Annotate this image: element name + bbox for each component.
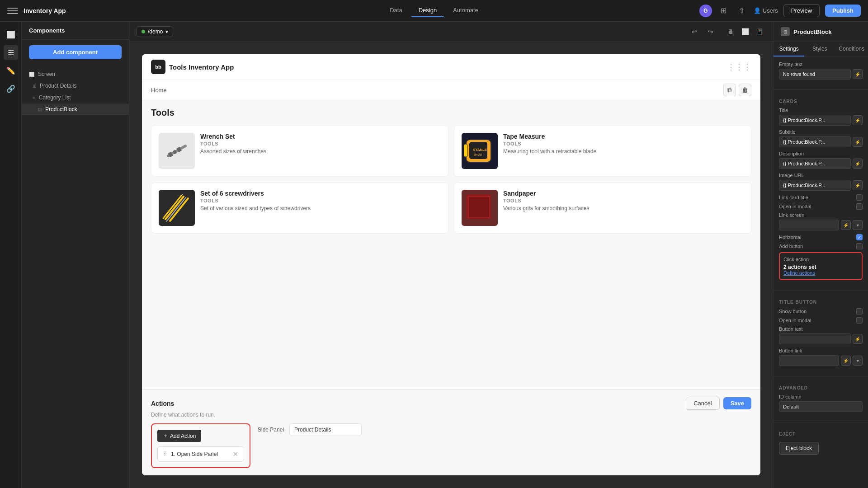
app-logo: bb Tools Inventory App [151,60,234,74]
undo-button[interactable]: ↩ [688,25,701,38]
right-section-cards: CARDS Title ⚡ Subtitle ⚡ Description [774,94,868,288]
users-link[interactable]: 👤 Users [754,7,778,14]
save-button[interactable]: Save [723,397,751,409]
button-text-input[interactable] [779,333,851,344]
button-link-input-row: ⚡ ▾ [779,355,863,366]
product-card-screwdriver[interactable]: Set of 6 screwdrivers TOOLS Set of vario… [151,182,448,234]
button-link-input[interactable] [779,355,839,366]
sidebar-components-icon[interactable]: ☰ [4,45,18,60]
empty-text-lightning[interactable]: ⚡ [853,69,863,79]
eject-section-title: EJECT [779,432,863,436]
description-field: Description ⚡ [779,151,863,169]
tree-product-block[interactable]: ⊡ ProductBlock [22,103,129,115]
title-button-section-title: TITLE BUTTON [779,300,863,305]
sidebar-link-icon[interactable]: 🔗 [4,81,18,96]
env-badge[interactable]: /demo ▾ [137,26,173,37]
tab-conditions[interactable]: Conditions [835,42,868,56]
close-action-icon[interactable]: ✕ [233,450,238,458]
image-url-input[interactable] [779,180,851,191]
title-field: Title ⚡ [779,108,863,126]
title-lightning[interactable]: ⚡ [853,115,863,125]
tab-settings[interactable]: Settings [774,42,804,56]
description-lightning[interactable]: ⚡ [853,159,863,169]
show-button-checkbox[interactable] [856,308,863,314]
sidebar-pen-icon[interactable]: ✏️ [4,63,18,78]
component-panel: Components Add component ⬜ Screen ⊞ Prod… [22,22,129,488]
click-action-row: Click action [783,257,858,262]
tablet-icon[interactable]: ⬜ [739,25,751,38]
add-action-label: Add Action [170,433,196,439]
product-card-tape[interactable]: STANLEY 8×20 Tape Measure TOOLS Measurin… [454,125,751,177]
actions-set-text: 2 actions set [783,264,858,270]
publish-button[interactable]: Publish [825,5,861,17]
product-desc-tape: Measuring tool with a retractable blade [503,148,744,155]
tree-category-list[interactable]: ≡ Category List [22,92,129,103]
eject-button[interactable]: Eject block [779,442,819,455]
tree-product-details[interactable]: ⊞ Product Details [22,80,129,92]
subtitle-lightning[interactable]: ⚡ [853,137,863,147]
nav-tabs: Data Design Automate [382,4,486,17]
id-column-field: ID column Default [779,394,863,412]
link-screen-input[interactable] [779,220,839,230]
tab-styles[interactable]: Styles [804,42,835,56]
image-url-lightning[interactable]: ⚡ [853,180,863,190]
actions-title: Actions [151,400,174,407]
tab-automate[interactable]: Automate [446,4,486,17]
add-action-button[interactable]: ＋ Add Action [157,430,201,442]
open-in-modal-2-checkbox[interactable] [856,317,863,324]
button-link-lightning[interactable]: ⚡ [841,356,851,366]
button-text-lightning[interactable]: ⚡ [853,334,863,344]
divider-1 [774,89,868,90]
add-component-button[interactable]: Add component [29,45,122,59]
svg-rect-17 [469,197,489,217]
screen-label: Screen [38,71,55,77]
mobile-icon[interactable]: 📱 [753,25,766,38]
chevron-down-icon: ▾ [165,28,168,35]
empty-text-input[interactable] [779,69,851,80]
product-card-wrench[interactable]: Wrench Set TOOLS Assorted sizes of wrenc… [151,125,448,177]
cancel-button[interactable]: Cancel [686,397,719,410]
horizontal-row: Horizontal ✓ [779,234,863,240]
horizontal-checkbox[interactable]: ✓ [856,234,863,240]
button-link-chevron[interactable]: ▾ [853,356,863,366]
share-icon[interactable]: ⇧ [736,5,748,17]
redo-button[interactable]: ↪ [704,25,717,38]
click-action-box: Click action 2 actions set Define action… [779,252,863,280]
home-nav-item[interactable]: Home [151,87,167,94]
notification-icon[interactable]: ⊞ [717,5,730,17]
canvas-area: /demo ▾ ↩ ↪ 🖥 ⬜ 📱 bb Tools Inventory App [129,22,773,488]
desktop-icon[interactable]: 🖥 [724,25,737,38]
top-nav: Inventory App Data Design Automate G ⊞ ⇧… [0,0,868,22]
app-title: Inventory App [24,7,66,14]
show-button-label: Show button [779,309,853,314]
define-actions-link[interactable]: Define actions [783,270,858,276]
sidebar-screen-icon[interactable]: ⬜ [4,27,18,42]
title-input[interactable] [779,115,851,126]
more-options-icon[interactable]: ⋮⋮⋮ [727,62,751,72]
product-name-sandpaper: Sandpaper [503,190,744,197]
copy-icon[interactable]: ⧉ [723,84,736,96]
screen-icon: ⬜ [29,72,34,77]
product-block-label: ProductBlock [45,106,77,113]
link-screen-chevron[interactable]: ▾ [853,220,863,230]
tab-data[interactable]: Data [382,4,409,17]
add-button-checkbox[interactable] [856,243,863,249]
delete-icon[interactable]: 🗑 [739,84,751,96]
subtitle-input[interactable] [779,136,851,147]
preview-button[interactable]: Preview [783,4,820,17]
action-add-box: ＋ Add Action ⠿ 1. Open Side Panel ✕ [151,423,250,468]
link-screen-lightning[interactable]: ⚡ [841,220,851,230]
actions-panel: Actions Cancel Save Define what actions … [142,389,760,475]
description-input[interactable] [779,158,851,169]
tree-screen[interactable]: ⬜ Screen [22,68,129,80]
link-card-title-checkbox[interactable] [856,194,863,201]
product-card-sandpaper[interactable]: Sandpaper TOOLS Various grits for smooth… [454,182,751,234]
product-name-screwdriver: Set of 6 screwdrivers [200,190,441,197]
action-item[interactable]: ⠿ 1. Open Side Panel ✕ [157,446,244,462]
hamburger-menu[interactable] [7,5,18,16]
id-column-select[interactable]: Default [779,401,863,412]
side-panel-select[interactable]: Product Details [289,423,362,436]
open-in-modal-checkbox[interactable] [856,203,863,210]
tab-design[interactable]: Design [411,4,444,17]
link-screen-input-row: ⚡ ▾ [779,220,863,230]
